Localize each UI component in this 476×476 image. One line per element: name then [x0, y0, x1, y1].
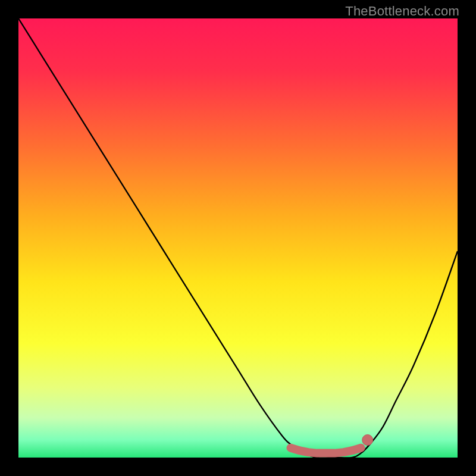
chart-svg: [18, 18, 458, 458]
chart-canvas: TheBottleneck.com: [0, 0, 476, 476]
bottleneck-curve: [18, 18, 458, 458]
plot-area: [18, 18, 458, 458]
optimal-range-line: [291, 448, 361, 453]
watermark: TheBottleneck.com: [345, 4, 459, 19]
optimal-range-markers: [291, 434, 373, 453]
optimal-point-dot: [362, 434, 373, 445]
